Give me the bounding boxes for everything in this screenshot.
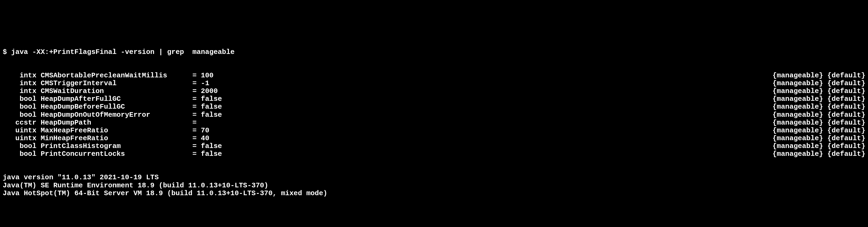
flag-definition: uintx MinHeapFreeRatio = 40 <box>3 135 210 142</box>
flag-definition: bool PrintClassHistogram = false <box>3 142 222 150</box>
flag-definition: intx CMSWaitDuration = 2000 <box>3 87 218 95</box>
flag-row: ccstr HeapDumpPath = {manageable} {defau… <box>3 119 865 127</box>
flag-definition: intx CMSTriggerInterval = -1 <box>3 79 210 87</box>
flag-category: {manageable} {default} <box>773 111 865 119</box>
flag-definition: uintx MaxHeapFreeRatio = 70 <box>3 127 210 135</box>
flag-row: bool HeapDumpBeforeFullGC = false{manage… <box>3 103 865 111</box>
flag-definition: bool HeapDumpAfterFullGC = false <box>3 95 222 103</box>
flag-category: {manageable} {default} <box>773 72 865 79</box>
flag-row: bool PrintConcurrentLocks = false{manage… <box>3 150 865 158</box>
version-line: Java(TM) SE Runtime Environment 18.9 (bu… <box>3 182 865 190</box>
flag-category: {manageable} {default} <box>773 150 865 158</box>
flag-category: {manageable} {default} <box>773 95 865 103</box>
version-block: java version "11.0.13" 2021-10-19 LTSJav… <box>3 174 865 197</box>
flag-row: uintx MaxHeapFreeRatio = 70{manageable} … <box>3 127 865 135</box>
flag-category: {manageable} {default} <box>773 103 865 111</box>
flag-category: {manageable} {default} <box>773 79 865 87</box>
flag-definition: bool HeapDumpOnOutOfMemoryError = false <box>3 111 222 119</box>
flag-category: {manageable} {default} <box>773 119 865 127</box>
flag-row: bool HeapDumpAfterFullGC = false{managea… <box>3 95 865 103</box>
flag-row: intx CMSAbortablePrecleanWaitMillis = 10… <box>3 72 865 79</box>
version-line: java version "11.0.13" 2021-10-19 LTS <box>3 174 865 182</box>
flag-row: intx CMSTriggerInterval = -1{manageable}… <box>3 79 865 87</box>
flag-definition: bool PrintConcurrentLocks = false <box>3 150 222 158</box>
flag-definition: bool HeapDumpBeforeFullGC = false <box>3 103 222 111</box>
flag-definition: intx CMSAbortablePrecleanWaitMillis = 10… <box>3 72 214 79</box>
flag-row: intx CMSWaitDuration = 2000{manageable} … <box>3 87 865 95</box>
flag-category: {manageable} {default} <box>773 87 865 95</box>
flag-list: intx CMSAbortablePrecleanWaitMillis = 10… <box>3 72 865 158</box>
terminal-output: $ java -XX:+PrintFlagsFinal -version | g… <box>3 32 865 205</box>
command-line: $ java -XX:+PrintFlagsFinal -version | g… <box>3 48 865 56</box>
flag-row: uintx MinHeapFreeRatio = 40{manageable} … <box>3 135 865 142</box>
flag-category: {manageable} {default} <box>773 142 865 150</box>
flag-category: {manageable} {default} <box>773 127 865 135</box>
flag-category: {manageable} {default} <box>773 135 865 142</box>
flag-definition: ccstr HeapDumpPath = <box>3 119 201 127</box>
flag-row: bool PrintClassHistogram = false{managea… <box>3 142 865 150</box>
version-line: Java HotSpot(TM) 64-Bit Server VM 18.9 (… <box>3 190 865 197</box>
flag-row: bool HeapDumpOnOutOfMemoryError = false{… <box>3 111 865 119</box>
